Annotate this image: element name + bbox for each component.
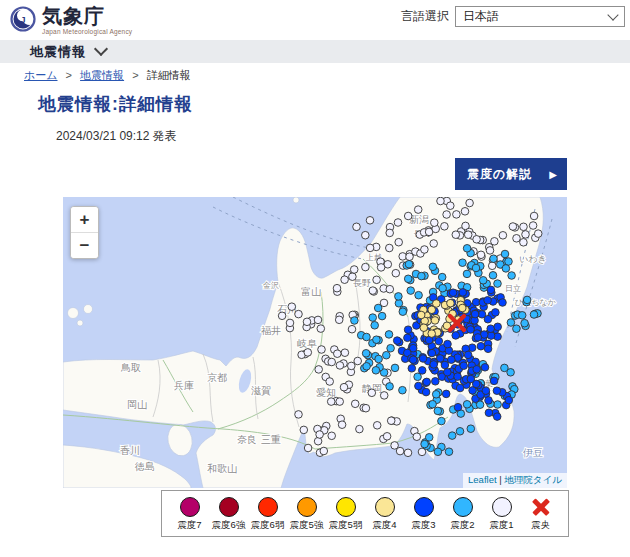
breadcrumb-earthquake-link[interactable]: 地震情報 <box>80 69 124 81</box>
language-value: 日本語 <box>463 8 499 25</box>
intensity-marker-level-3 <box>471 310 479 318</box>
map-attribution: Leaflet | 地理院タイル <box>463 473 567 488</box>
intensity-marker-level-2 <box>507 319 515 327</box>
intensity-marker-level-2 <box>407 287 415 295</box>
intensity-marker-level-3 <box>493 387 501 395</box>
intensity-marker-level-2 <box>523 296 531 304</box>
intensity-marker-level-1 <box>336 398 344 406</box>
seismic-intensity-map[interactable]: 新潟長岡上越長野富山金沢石川福井岐阜愛知静岡鳥取岡山兵庫京都滋賀奈良三重和歌山徳… <box>63 197 567 488</box>
intensity-color-swatch <box>180 497 200 517</box>
intensity-marker-level-1 <box>278 312 286 320</box>
map-place-label: 岡山 <box>127 399 147 410</box>
intensity-marker-level-1 <box>317 325 325 333</box>
intensity-marker-level-1 <box>406 253 414 261</box>
intensity-color-swatch <box>336 497 356 517</box>
intensity-marker-level-3 <box>484 297 492 305</box>
intensity-marker-level-2 <box>429 400 437 408</box>
intensity-explanation-button[interactable]: 震度の解説 ▶ <box>455 158 567 190</box>
intensity-marker-level-3 <box>432 378 440 386</box>
zoom-out-button[interactable]: − <box>71 233 98 258</box>
intensity-marker-level-2 <box>501 364 509 372</box>
intensity-legend: 震度7震度6強震度6弱震度5強震度5弱震度4震度3震度2震度1震央 <box>161 490 569 537</box>
intensity-marker-level-2 <box>375 355 383 363</box>
logo-text: 気象庁 Japan Meteorological Agency <box>42 5 132 35</box>
intensity-marker-level-1 <box>491 238 499 246</box>
legend-item-intensity: 震度5強 <box>287 497 326 532</box>
intensity-marker-level-3 <box>393 337 401 345</box>
language-label: 言語選択 <box>401 8 449 25</box>
intensity-marker-level-3 <box>454 373 462 381</box>
intensity-marker-level-3 <box>464 351 472 359</box>
intensity-marker-level-2 <box>385 331 393 339</box>
intensity-marker-level-2 <box>467 425 475 433</box>
intensity-marker-level-1 <box>366 217 374 225</box>
map-place-label: 岐阜 <box>297 338 317 349</box>
intensity-marker-level-3 <box>419 355 427 363</box>
intensity-marker-level-2 <box>502 265 510 273</box>
intensity-marker-level-1 <box>377 264 385 272</box>
intensity-marker-level-1 <box>303 318 311 326</box>
intensity-marker-level-1 <box>414 206 422 214</box>
intensity-marker-level-1 <box>499 232 507 240</box>
intensity-marker-level-1 <box>443 211 451 219</box>
legend-item-intensity: 震度5弱 <box>326 497 365 532</box>
leaflet-attribution-link[interactable]: Leaflet <box>468 474 497 485</box>
epicenter-x-icon <box>531 497 551 517</box>
intensity-marker-level-2 <box>432 391 440 399</box>
legend-item-intensity: 震度3 <box>404 497 443 532</box>
jma-logo[interactable]: J 気象庁 Japan Meteorological Agency <box>10 5 132 35</box>
intensity-marker-level-1 <box>315 366 323 374</box>
intensity-marker-level-1 <box>534 230 542 238</box>
intensity-marker-level-1 <box>320 447 328 455</box>
map-place-label: 富山 <box>301 286 321 297</box>
intensity-marker-level-1 <box>464 231 472 239</box>
intensity-explanation-label: 震度の解説 <box>467 166 532 183</box>
intensity-marker-level-1 <box>477 251 485 259</box>
intensity-marker-level-2 <box>501 250 509 258</box>
legend-label: 震度4 <box>372 519 396 532</box>
intensity-marker-level-2 <box>363 363 371 371</box>
intensity-marker-level-3 <box>418 367 426 375</box>
intensity-marker-level-1 <box>473 236 481 244</box>
intensity-marker-level-3 <box>487 286 495 294</box>
gsi-tiles-attribution-link[interactable]: 地理院タイル <box>504 474 562 485</box>
intensity-marker-level-2 <box>438 417 446 425</box>
intensity-marker-level-2 <box>472 264 480 272</box>
intensity-marker-level-1 <box>368 389 376 397</box>
intensity-marker-level-2 <box>489 272 497 280</box>
intensity-marker-level-2 <box>374 304 382 312</box>
intensity-marker-level-2 <box>463 401 471 409</box>
jma-logo-icon: J <box>10 6 36 32</box>
map-place-label: 徳島 <box>134 461 155 472</box>
intensity-marker-level-1 <box>335 316 343 324</box>
chevron-down-icon <box>94 42 108 56</box>
intensity-marker-level-3 <box>477 342 485 350</box>
intensity-marker-level-3 <box>485 397 493 405</box>
published-timestamp: 2024/03/21 09:12 発表 <box>56 128 177 145</box>
intensity-marker-level-1 <box>333 284 341 292</box>
intensity-marker-level-3 <box>494 323 502 331</box>
intensity-marker-level-2 <box>418 272 426 280</box>
breadcrumb-home-link[interactable]: ホーム <box>24 69 58 81</box>
intensity-marker-level-4 <box>420 324 428 332</box>
intensity-color-swatch <box>375 497 395 517</box>
intensity-marker-level-2 <box>351 317 359 325</box>
intensity-marker-level-1 <box>441 223 449 231</box>
legend-label: 震度5弱 <box>329 519 363 532</box>
intensity-marker-level-1 <box>513 235 521 243</box>
map-place-label: 香川 <box>120 445 140 456</box>
intensity-marker-level-2 <box>518 312 526 320</box>
intensity-marker-level-1 <box>353 223 361 231</box>
intensity-marker-level-1 <box>529 222 537 230</box>
nav-item-earthquake-info[interactable]: 地震情報 <box>30 43 106 61</box>
zoom-in-button[interactable]: + <box>71 207 98 232</box>
intensity-marker-level-1 <box>350 266 358 274</box>
intensity-marker-level-2 <box>369 314 377 322</box>
intensity-marker-level-1 <box>520 239 528 247</box>
language-select[interactable]: 日本語 <box>455 6 625 27</box>
intensity-marker-level-3 <box>493 413 501 421</box>
intensity-marker-level-1 <box>328 358 336 366</box>
intensity-marker-level-1 <box>466 199 474 207</box>
intensity-marker-level-1 <box>486 247 494 255</box>
intensity-marker-level-3 <box>474 334 482 342</box>
